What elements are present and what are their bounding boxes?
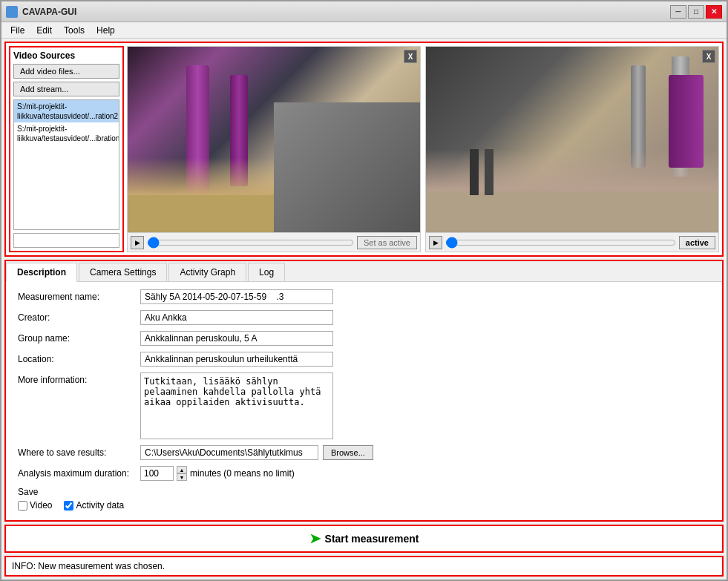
measurement-name-label: Measurement name: — [18, 289, 140, 302]
title-buttons: ─ □ ✕ — [670, 5, 722, 19]
file-list-item[interactable]: S:/mit-projektit-liikkuva/testausvideot/… — [14, 122, 119, 145]
menu-bar: File Edit Tools Help — [1, 22, 727, 39]
video-scene-2 — [426, 47, 718, 232]
creator-row: Creator: — [18, 310, 710, 325]
video-controls-1: ▶ Set as active — [128, 232, 420, 252]
app-icon — [6, 6, 18, 18]
location-row: Location: — [18, 352, 710, 367]
duration-spinner: ▲ ▼ — [177, 466, 187, 481]
tab-activity-graph[interactable]: Activity Graph — [168, 263, 246, 281]
menu-file[interactable]: File — [4, 24, 30, 37]
play-button-1[interactable]: ▶ — [131, 236, 144, 249]
svg-rect-0 — [8, 8, 16, 16]
save-section: Save Video Activity data — [18, 487, 710, 511]
more-info-row: More information: Tutkitaan, lisääkö säh… — [18, 372, 710, 439]
activity-checkbox-item: Activity data — [64, 500, 124, 511]
duration-input[interactable] — [140, 466, 174, 481]
group-name-row: Group name: — [18, 331, 710, 346]
top-section: Video Sources Add video files... Add str… — [4, 42, 724, 257]
save-path-row: Where to save results: Browse... — [18, 445, 710, 460]
tab-description[interactable]: Description — [6, 263, 77, 282]
save-path-label: Where to save results: — [18, 445, 140, 458]
start-measurement-button[interactable]: ➤ Start measurement — [309, 531, 419, 547]
menu-help[interactable]: Help — [91, 24, 121, 37]
window-title: CAVAPA-GUI — [22, 7, 76, 17]
video-scene-1 — [128, 47, 420, 232]
creator-input[interactable] — [140, 310, 333, 325]
creator-label: Creator: — [18, 310, 140, 323]
status-bar: INFO: New measurement was chosen. — [4, 556, 724, 577]
menu-edit[interactable]: Edit — [30, 24, 58, 37]
file-list[interactable]: S:/mit-projektit-liikkuva/testausvideot/… — [13, 99, 119, 230]
title-bar-left: CAVAPA-GUI — [6, 6, 76, 18]
video-panels: X ▶ Set as active — [127, 46, 719, 252]
video-panel-1: X ▶ Set as active — [127, 46, 421, 252]
video-controls-2: ▶ active — [426, 232, 718, 252]
start-bar: ➤ Start measurement — [4, 525, 724, 553]
measurement-name-input[interactable] — [140, 289, 333, 304]
video-close-1[interactable]: X — [404, 50, 417, 63]
more-info-label: More information: — [18, 372, 140, 385]
measurement-name-row: Measurement name: — [18, 289, 710, 304]
status-text: INFO: New measurement was chosen. — [12, 561, 165, 571]
save-path-input[interactable] — [140, 445, 318, 460]
title-bar: CAVAPA-GUI ─ □ ✕ — [1, 1, 727, 22]
save-path-input-group: Browse... — [140, 445, 373, 460]
add-stream-button[interactable]: Add stream... — [13, 82, 119, 96]
save-section-label: Save — [18, 487, 710, 497]
browse-button[interactable]: Browse... — [323, 445, 373, 460]
duration-increment[interactable]: ▲ — [177, 466, 187, 473]
group-name-input[interactable] — [140, 331, 333, 346]
set-active-button-2[interactable]: active — [679, 236, 715, 249]
save-options-row: Video Activity data — [18, 500, 710, 511]
menu-tools[interactable]: Tools — [58, 24, 91, 37]
video-checkbox-item: Video — [18, 500, 52, 511]
video-panel-2: X ▶ active — [425, 46, 719, 252]
video-sources-panel: Video Sources Add video files... Add str… — [9, 46, 124, 252]
file-list-item[interactable]: S:/mit-projektit-liikkuva/testausvideot/… — [14, 100, 119, 122]
duration-unit: minutes (0 means no limit) — [190, 468, 295, 479]
video-checkbox-label: Video — [30, 500, 52, 511]
start-arrow-icon: ➤ — [309, 531, 321, 547]
duration-label: Analysis maximum duration: — [18, 466, 140, 479]
activity-checkbox[interactable] — [64, 501, 73, 511]
duration-row: Analysis maximum duration: ▲ ▼ minutes (… — [18, 466, 710, 481]
more-info-input[interactable]: Tutkitaan, lisääkö sählyn pelaaminen kah… — [140, 372, 333, 439]
location-input[interactable] — [140, 352, 333, 367]
group-name-label: Group name: — [18, 331, 140, 344]
tab-log[interactable]: Log — [248, 263, 285, 281]
maximize-button[interactable]: □ — [688, 5, 704, 19]
play-button-2[interactable]: ▶ — [429, 236, 442, 249]
search-input[interactable] — [13, 233, 119, 248]
video-display-1: X — [128, 47, 420, 232]
set-active-button-1[interactable]: Set as active — [357, 236, 417, 249]
video-checkbox[interactable] — [18, 501, 27, 511]
video-close-2[interactable]: X — [702, 50, 715, 63]
video-sources-title: Video Sources — [13, 50, 119, 61]
minimize-button[interactable]: ─ — [670, 5, 686, 19]
duration-input-group: ▲ ▼ minutes (0 means no limit) — [140, 466, 295, 481]
add-video-files-button[interactable]: Add video files... — [13, 64, 119, 79]
video-slider-2[interactable] — [445, 237, 676, 248]
activity-checkbox-label: Activity data — [76, 500, 124, 511]
main-window: CAVAPA-GUI ─ □ ✕ File Edit Tools Help Vi… — [0, 0, 728, 581]
main-content: Video Sources Add video files... Add str… — [1, 39, 727, 580]
duration-decrement[interactable]: ▼ — [177, 473, 187, 481]
tabs: Description Camera Settings Activity Gra… — [6, 261, 722, 282]
tab-camera-settings[interactable]: Camera Settings — [79, 263, 167, 281]
start-measurement-label: Start measurement — [325, 533, 419, 545]
close-button[interactable]: ✕ — [706, 5, 722, 19]
tab-content-description: Measurement name: Creator: Group name: L… — [6, 282, 722, 520]
video-slider-1[interactable] — [147, 237, 354, 248]
bottom-section: Description Camera Settings Activity Gra… — [4, 260, 724, 522]
video-display-2: X — [426, 47, 718, 232]
location-label: Location: — [18, 352, 140, 364]
